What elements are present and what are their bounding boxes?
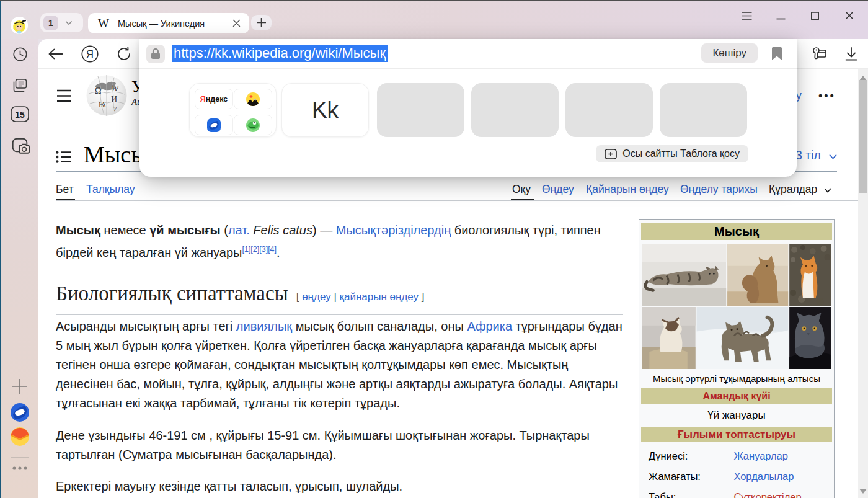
svg-text:И: И (111, 95, 117, 104)
svg-text:Ѩ: Ѩ (99, 100, 107, 109)
svg-text:7: 7 (113, 105, 117, 112)
svg-text:Ω: Ω (95, 86, 101, 96)
svg-text:15: 15 (15, 110, 25, 120)
svg-text:Я: Я (86, 48, 94, 60)
